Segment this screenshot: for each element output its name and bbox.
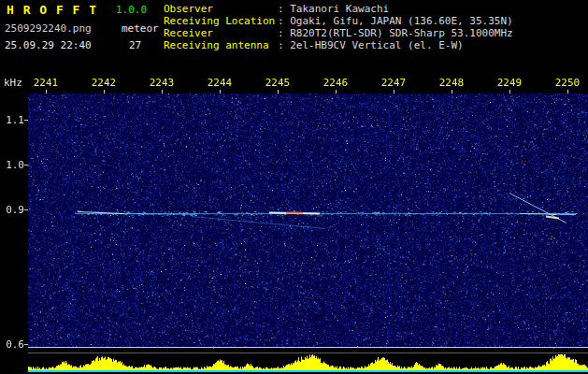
info-value: : R820T2(RTL-SDR) SDR-Sharp 53.1000MHz: [278, 27, 513, 39]
app-version: 1.0.0: [116, 4, 147, 16]
freq-label: 1.0: [2, 159, 24, 171]
info-value: : 2el-HB9CV Vertical (el. E-W): [278, 39, 464, 51]
info-row-observer: Observer : Takanori Kawachi: [164, 3, 513, 15]
time-label: 2246: [307, 77, 365, 89]
spectrogram-section: kHz 2241 2242 2243 2244 2245 2246 2247 2…: [0, 71, 588, 374]
time-label: 2248: [423, 77, 480, 89]
freq-label: 0.9: [2, 204, 24, 216]
freq-label: 0.6: [2, 338, 24, 351]
spectrogram-canvas: [0, 71, 588, 374]
info-row-location: Receiving Location : Ogaki, Gifu, JAPAN …: [164, 15, 513, 27]
meteor-count: 27: [129, 39, 141, 51]
info-label: Receiving Location: [164, 15, 278, 27]
info-value: : Takanori Kawachi: [278, 3, 389, 15]
app-title: H R O F F T: [7, 3, 97, 17]
time-label: 2242: [75, 77, 133, 89]
time-label: 2247: [365, 77, 423, 89]
time-label: 2250: [538, 77, 588, 89]
info-row-antenna: Receiving antenna : 2el-HB9CV Vertical (…: [164, 39, 513, 51]
time-label: 2243: [133, 77, 191, 89]
session-datetime: 25.09.29 22:40: [5, 39, 92, 51]
info-label: Receiving antenna: [164, 39, 278, 51]
info-label: Receiver: [164, 27, 278, 39]
freq-label: 1.1: [2, 114, 24, 126]
output-filename: 2509292240.png: [5, 22, 92, 35]
time-label: 2241: [17, 77, 75, 89]
info-label: Observer: [164, 3, 278, 15]
info-row-receiver: Receiver : R820T2(RTL-SDR) SDR-Sharp 53.…: [164, 27, 513, 39]
time-label: 2244: [191, 77, 249, 89]
time-label: 2245: [249, 77, 307, 89]
station-info: Observer : Takanori Kawachi Receiving Lo…: [164, 3, 513, 51]
time-label: 2249: [480, 77, 538, 89]
hrofft-window: H R O F F T 1.0.0 2509292240.png meteor …: [0, 0, 588, 374]
mode-label: meteor: [122, 22, 159, 35]
info-value: : Ogaki, Gifu, JAPAN (136.60E, 35.35N): [278, 15, 513, 27]
